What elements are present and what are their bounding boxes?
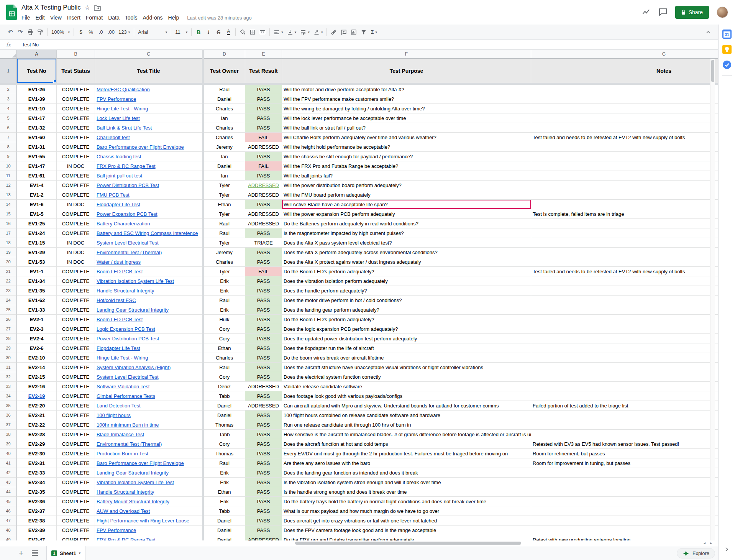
row-header-24[interactable]: 24 — [0, 296, 17, 305]
cell-C32[interactable]: System Level Electrical Test — [95, 372, 202, 382]
cell-G4[interactable] — [531, 104, 718, 113]
cell-C19[interactable]: Environmental Test (Thermal) — [95, 248, 202, 257]
cell-G30[interactable] — [531, 353, 718, 363]
cell-B13[interactable]: COMPLETE — [57, 190, 95, 200]
row-header-13[interactable]: 13 — [0, 190, 17, 200]
cell-F25[interactable]: Does the landing gear perform adequately… — [282, 305, 531, 315]
cell-C43[interactable]: Vibration Isolation System Life Test — [95, 478, 202, 487]
cell-G45[interactable] — [531, 497, 718, 506]
tasks-icon[interactable] — [722, 60, 732, 70]
cell-F31[interactable]: Does the aircraft structure have unaccep… — [282, 363, 531, 372]
cell-A15[interactable]: EV1-5 — [17, 209, 57, 219]
cell-C44[interactable]: Handle Structural Integrity — [95, 487, 202, 497]
cell-D38[interactable]: Tabb — [204, 430, 245, 439]
cell-A7[interactable]: EV1-60 — [17, 133, 57, 142]
cell-C7[interactable]: Charliebolt test — [95, 133, 202, 142]
cell-D5[interactable]: Ian — [204, 113, 245, 123]
cell-F9[interactable]: Will the chassis be stiff enough for pay… — [282, 152, 531, 161]
cell-D8[interactable]: Jeremy — [204, 142, 245, 152]
cell-C2[interactable]: Motor/ESC Qualification — [95, 85, 202, 94]
cell-D11[interactable]: Ian — [204, 171, 245, 181]
cell-F5[interactable]: Will the lock lever performance be accep… — [282, 113, 531, 123]
row-header-36[interactable]: 36 — [0, 411, 17, 420]
cell-A22[interactable]: EV1-34 — [17, 276, 57, 286]
cell-G8[interactable] — [531, 142, 718, 152]
cell-B28[interactable]: COMPLETE — [57, 334, 95, 343]
cell-G47[interactable] — [531, 516, 718, 526]
cell-F29[interactable]: Does the flopdapter run the life of airc… — [282, 343, 531, 353]
cell-E26[interactable]: PASS — [245, 315, 282, 324]
row-header-32[interactable]: 32 — [0, 372, 17, 382]
cell-D12[interactable]: Tyler — [204, 181, 245, 190]
cell-G9[interactable] — [531, 152, 718, 161]
cell-E29[interactable]: PASS — [245, 343, 282, 353]
cell-G16[interactable] — [531, 219, 718, 228]
cell-A5[interactable]: EV1-17 — [17, 113, 57, 123]
cell-F49[interactable]: Do the FRX pro and Futaba transmitter pe… — [282, 535, 531, 540]
row-header-23[interactable]: 23 — [0, 286, 17, 296]
cell-C24[interactable]: Hot/cold test ESC — [95, 296, 202, 305]
cell-C9[interactable]: Chassis loading test — [95, 152, 202, 161]
cell-B24[interactable]: COMPLETE — [57, 296, 95, 305]
column-header-C[interactable]: C — [95, 50, 202, 59]
cell-E7[interactable]: FAIL — [245, 133, 282, 142]
row-header-38[interactable]: 38 — [0, 430, 17, 439]
cell-D43[interactable]: Erik — [204, 478, 245, 487]
cell-B25[interactable]: COMPLETE — [57, 305, 95, 315]
cell-E18[interactable]: TRIAGE — [245, 238, 282, 248]
cell-A41[interactable]: EV2-31 — [17, 458, 57, 468]
cell-C23[interactable]: Handle Structural Integrity — [95, 286, 202, 296]
functions-button[interactable]: Σ▾ — [369, 27, 379, 37]
cell-B39[interactable]: COMPLETE — [57, 439, 95, 449]
cell-D35[interactable]: Daniel — [204, 401, 245, 411]
cell-A27[interactable]: EV2-3 — [17, 324, 57, 334]
column-header-A[interactable]: A — [17, 50, 57, 59]
cell-E22[interactable]: PASS — [245, 276, 282, 286]
cell-C6[interactable]: Ball Link & Strut Life Test — [95, 123, 202, 133]
cell-F1[interactable]: Test Purpose — [282, 59, 531, 83]
cell-C18[interactable]: System Level Electrical Test — [95, 238, 202, 248]
row-header-1[interactable]: 1 — [0, 59, 17, 83]
row-header-40[interactable]: 40 — [0, 449, 17, 458]
cell-A49[interactable]: EV2-47 — [17, 535, 57, 540]
cell-F12[interactable]: Will the power distribution board perfor… — [282, 181, 531, 190]
cell-C28[interactable]: Power Distribution PCB Test — [95, 334, 202, 343]
cell-D7[interactable]: Charles — [204, 133, 245, 142]
row-header-28[interactable]: 28 — [0, 334, 17, 343]
cell-D45[interactable]: Erik — [204, 497, 245, 506]
cell-E15[interactable]: ADDRESSED — [245, 209, 282, 219]
row-header-35[interactable]: 35 — [0, 401, 17, 411]
cell-C11[interactable]: Ball joint pull out test — [95, 171, 202, 181]
cell-B17[interactable]: COMPLETE — [57, 228, 95, 238]
menu-file[interactable]: File — [19, 14, 33, 21]
cell-F40[interactable]: Every EV/DV unit must go through the 2 h… — [282, 449, 531, 458]
cell-A4[interactable]: EV1-10 — [17, 104, 57, 113]
cell-B14[interactable]: IN DOC — [57, 200, 95, 209]
cell-B44[interactable]: COMPLETE — [57, 487, 95, 497]
cell-E16[interactable]: ADDRESSED — [245, 219, 282, 228]
menu-insert[interactable]: Insert — [64, 14, 83, 21]
cell-D33[interactable]: Deniz — [204, 382, 245, 391]
cell-C16[interactable]: Battery Characterization — [95, 219, 202, 228]
scroll-right-arrow-icon[interactable]: ▸ — [710, 540, 712, 546]
cell-A48[interactable]: EV2-39 — [17, 526, 57, 535]
row-header-9[interactable]: 9 — [0, 152, 17, 161]
cell-B6[interactable]: COMPLETE — [57, 123, 95, 133]
cell-G44[interactable] — [531, 487, 718, 497]
cell-G24[interactable] — [531, 296, 718, 305]
create-filter-button[interactable] — [359, 27, 369, 37]
cell-E36[interactable]: PASS — [245, 411, 282, 420]
move-to-folder-icon[interactable] — [94, 5, 101, 11]
cell-G32[interactable] — [531, 372, 718, 382]
cell-F37[interactable]: Run one release candidate unit through 1… — [282, 420, 531, 430]
cell-G43[interactable] — [531, 478, 718, 487]
cell-C45[interactable]: Battery Mount Structural Integrity — [95, 497, 202, 506]
row-header-17[interactable]: 17 — [0, 228, 17, 238]
cell-G20[interactable] — [531, 257, 718, 267]
cell-E21[interactable]: FAIL — [245, 267, 282, 276]
cell-E25[interactable]: PASS — [245, 305, 282, 315]
cell-B22[interactable]: COMPLETE — [57, 276, 95, 286]
cell-A17[interactable]: EV1-24 — [17, 228, 57, 238]
cell-G29[interactable] — [531, 343, 718, 353]
cell-G14[interactable] — [531, 200, 718, 209]
